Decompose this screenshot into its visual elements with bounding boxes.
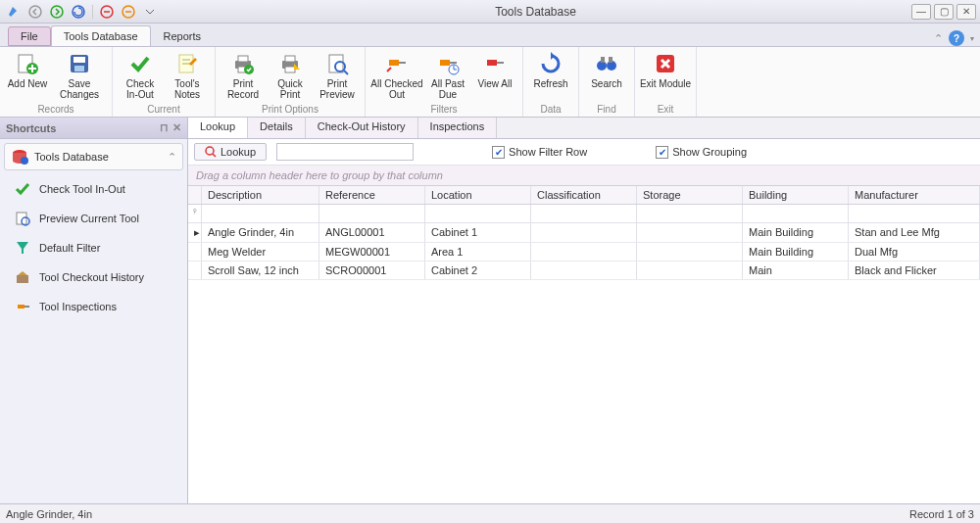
ribbon: Add New Save Changes Records Check In-Ou…: [0, 47, 980, 118]
ribbon-group-current: Check In-Out Tool's Notes Current: [113, 47, 216, 117]
sidebar-item-history[interactable]: Tool Checkout History: [4, 262, 183, 292]
close-button[interactable]: ✕: [956, 4, 976, 20]
pin-icon[interactable]: ⊓: [160, 121, 169, 134]
cell-classification: [531, 223, 637, 242]
tab-checkout-history[interactable]: Check-Out History: [306, 118, 418, 138]
table-row[interactable]: Scroll Saw, 12 inch SCRO00001 Cabinet 2 …: [188, 262, 980, 280]
database-icon: [11, 148, 28, 166]
main-tabs: Lookup Details Check-Out History Inspect…: [188, 118, 980, 139]
col-description[interactable]: Description: [202, 186, 319, 204]
cell-description: Angle Grinder, 4in: [202, 223, 319, 242]
lookup-button[interactable]: Lookup: [194, 143, 267, 161]
col-manufacturer[interactable]: Manufacturer: [849, 186, 980, 204]
qat-warning-icon[interactable]: [119, 2, 138, 22]
cell-location: Cabinet 2: [425, 262, 531, 279]
help-dropdown-icon[interactable]: ▾: [970, 34, 974, 43]
refresh-icon: [538, 51, 564, 76]
app-icon[interactable]: [4, 2, 24, 22]
save-icon: [67, 51, 92, 76]
cell-classification: [531, 243, 637, 261]
sidebar-item-preview[interactable]: Preview Current Tool: [4, 204, 183, 233]
qat-dropdown-icon[interactable]: [140, 2, 160, 22]
filter-description[interactable]: [202, 205, 319, 222]
chevron-up-icon: ⌃: [168, 151, 176, 164]
table-row[interactable]: ▸ Angle Grinder, 4in ANGL00001 Cabinet 1…: [188, 223, 980, 243]
lookup-icon: [205, 146, 217, 158]
col-location[interactable]: Location: [425, 186, 531, 204]
view-all-button[interactable]: View All: [471, 49, 518, 103]
svg-rect-40: [17, 275, 28, 283]
shortcuts-title: Shortcuts: [6, 122, 56, 134]
inspections-icon: [14, 298, 31, 315]
filter-reference[interactable]: [319, 205, 425, 222]
checkbox-label: Show Filter Row: [509, 146, 587, 158]
status-left: Angle Grinder, 4in: [6, 508, 92, 520]
history-icon: [14, 268, 31, 286]
all-checked-out-button[interactable]: All Checked Out: [369, 49, 424, 103]
ribbon-tab-row: File Tools Database Reports ⌃ ? ▾: [0, 24, 980, 47]
drill-out-icon: [384, 51, 410, 76]
print-preview-button[interactable]: Print Preview: [314, 49, 361, 103]
sidebar-item-inspections[interactable]: Tool Inspections: [4, 292, 183, 321]
qat-refresh-icon[interactable]: [69, 2, 88, 22]
window-controls: — ▢ ✕: [911, 4, 976, 20]
cell-location: Cabinet 1: [425, 223, 531, 242]
all-past-due-button[interactable]: All Past Due: [424, 49, 471, 103]
sidebar-item-label: Default Filter: [39, 242, 100, 254]
print-record-button[interactable]: Print Record: [220, 49, 267, 103]
funnel-icon: [14, 239, 31, 257]
svg-rect-10: [74, 57, 85, 63]
cell-storage: [637, 223, 743, 242]
cell-manufacturer: Stan and Lee Mfg: [849, 223, 980, 242]
qat-forward-icon[interactable]: [47, 2, 67, 22]
check-tool-icon: [14, 180, 31, 198]
help-icon[interactable]: ?: [949, 30, 964, 46]
col-building[interactable]: Building: [743, 186, 849, 204]
filter-marker: ♀: [188, 205, 202, 222]
save-changes-button[interactable]: Save Changes: [51, 49, 108, 103]
shortcuts-group-header[interactable]: Tools Database ⌃: [4, 143, 183, 170]
data-grid: Description Reference Location Classific…: [188, 185, 980, 503]
show-grouping-checkbox[interactable]: ✔ Show Grouping: [656, 146, 747, 159]
search-button[interactable]: Search: [583, 49, 630, 103]
status-right: Record 1 of 3: [909, 508, 974, 520]
file-tab[interactable]: File: [8, 26, 51, 46]
minimize-button[interactable]: —: [911, 4, 931, 20]
tab-reports[interactable]: Reports: [151, 25, 215, 46]
refresh-button[interactable]: Refresh: [527, 49, 574, 103]
filter-storage[interactable]: [637, 205, 743, 222]
filter-location[interactable]: [425, 205, 531, 222]
quick-print-button[interactable]: Quick Print: [267, 49, 314, 103]
qat-back-icon[interactable]: [25, 2, 45, 22]
drill-due-icon: [435, 51, 461, 76]
close-panel-icon[interactable]: ✕: [172, 121, 181, 134]
col-storage[interactable]: Storage: [637, 186, 743, 204]
group-by-row[interactable]: Drag a column header here to group by th…: [188, 166, 980, 185]
tab-inspections[interactable]: Inspections: [418, 118, 498, 138]
add-new-button[interactable]: Add New: [4, 49, 51, 103]
sidebar-item-check-tool[interactable]: Check Tool In-Out: [4, 174, 183, 204]
lookup-input[interactable]: [276, 143, 414, 161]
sidebar-item-filter[interactable]: Default Filter: [4, 233, 183, 262]
quick-print-icon: [277, 51, 303, 76]
filter-building[interactable]: [743, 205, 849, 222]
exit-icon: [653, 51, 678, 76]
tools-notes-button[interactable]: Tool's Notes: [164, 49, 211, 103]
tab-tools-database[interactable]: Tools Database: [51, 25, 151, 46]
ribbon-collapse-icon[interactable]: ⌃: [934, 32, 943, 45]
svg-point-42: [206, 147, 214, 155]
tab-details[interactable]: Details: [248, 118, 306, 138]
check-in-out-button[interactable]: Check In-Out: [117, 49, 164, 103]
table-row[interactable]: Meg Welder MEGW00001 Area 1 Main Buildin…: [188, 243, 980, 262]
cell-manufacturer: Black and Flicker: [849, 262, 980, 279]
filter-classification[interactable]: [531, 205, 637, 222]
col-classification[interactable]: Classification: [531, 186, 637, 204]
filter-manufacturer[interactable]: [849, 205, 980, 222]
qat-stop-icon[interactable]: [97, 2, 117, 22]
show-filter-row-checkbox[interactable]: ✔ Show Filter Row: [492, 146, 587, 159]
maximize-button[interactable]: ▢: [934, 4, 954, 20]
tab-lookup[interactable]: Lookup: [188, 118, 248, 138]
exit-module-button[interactable]: Exit Module: [639, 49, 692, 103]
svg-rect-11: [74, 66, 84, 71]
col-reference[interactable]: Reference: [319, 186, 425, 204]
